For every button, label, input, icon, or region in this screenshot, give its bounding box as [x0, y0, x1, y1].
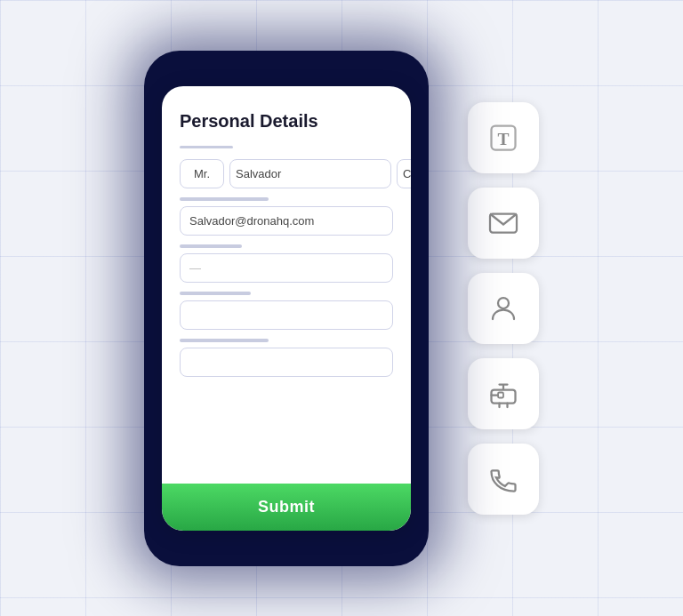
email-icon — [487, 207, 519, 239]
form-title: Personal Details — [180, 111, 393, 132]
field4-label-bar — [180, 339, 269, 342]
main-container: Personal Details — [0, 0, 683, 616]
email-label-bar — [180, 197, 269, 201]
phone-field-group — [180, 244, 393, 283]
phone-label-bar — [180, 244, 242, 248]
email-icon-box — [468, 188, 539, 259]
submit-button[interactable]: Submit — [162, 484, 411, 531]
svg-point-3 — [498, 298, 509, 308]
last-name-input[interactable] — [397, 159, 411, 188]
icons-column: T — [468, 102, 539, 515]
email-field-group — [180, 197, 393, 236]
email-input[interactable] — [180, 206, 393, 236]
form-divider — [180, 146, 233, 148]
mailbox-icon-box — [468, 358, 539, 429]
field3-group — [180, 292, 393, 330]
mailbox-icon — [487, 378, 519, 410]
salutation-input[interactable] — [180, 159, 224, 188]
name-row — [180, 159, 393, 188]
user-icon-box — [468, 273, 539, 344]
field4-input[interactable] — [180, 348, 393, 377]
first-name-input[interactable] — [229, 159, 391, 188]
form-content: Personal Details — [180, 111, 393, 473]
text-icon: T — [487, 122, 519, 154]
phone-blob: Personal Details — [144, 51, 429, 566]
text-icon-box: T — [468, 102, 539, 173]
phone-icon — [487, 463, 519, 495]
user-icon — [487, 292, 519, 324]
phone-icon-box — [468, 444, 539, 515]
field3-label-bar — [180, 292, 251, 295]
phone-input[interactable] — [180, 253, 393, 283]
name-field-group — [180, 159, 393, 188]
svg-text:T: T — [497, 129, 509, 148]
field3-input[interactable] — [180, 300, 393, 330]
field4-group — [180, 339, 393, 377]
form-card: Personal Details — [162, 86, 411, 531]
